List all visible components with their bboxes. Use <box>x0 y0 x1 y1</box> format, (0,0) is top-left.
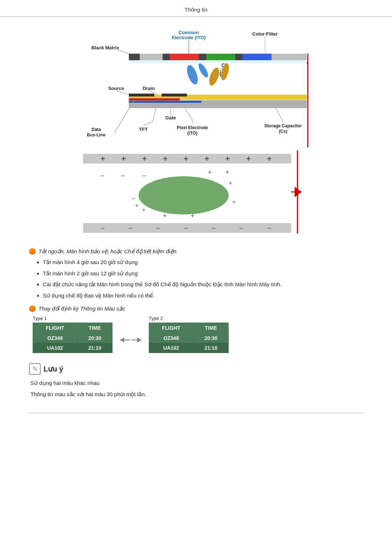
type2-header-flight: FLIGHT <box>149 323 193 333</box>
bullet-item-4: Sử dụng chế độ Bao vệ Màn hình nếu có th… <box>43 292 363 300</box>
type1-label: Type 1 <box>33 316 113 321</box>
svg-text:TFT: TFT <box>139 127 148 132</box>
svg-point-22 <box>185 64 200 86</box>
orange-dot-icon1 <box>29 248 36 255</box>
type2-label: Type 2 <box>149 316 229 321</box>
type2-header-time: TIME <box>193 323 229 333</box>
type1-table: FLIGHT TIME OZ348 20:30 UA102 21:10 <box>33 323 113 353</box>
svg-line-40 <box>114 100 134 133</box>
svg-text:−: − <box>100 172 104 180</box>
svg-text:−: − <box>267 224 271 232</box>
lc-diagram-svg: + + + + + + + + + − − − + + − + + + <box>73 148 309 235</box>
svg-text:+: + <box>225 168 229 176</box>
svg-text:−: − <box>211 224 216 232</box>
svg-text:Drain: Drain <box>143 86 155 91</box>
svg-text:−: − <box>184 224 188 232</box>
table-row: OZ348 20:30 <box>149 333 229 343</box>
svg-text:Pixel Electrode: Pixel Electrode <box>177 125 208 130</box>
page-header: Thông tin <box>0 0 392 17</box>
svg-text:+: + <box>121 154 126 163</box>
svg-text:+: + <box>142 154 147 163</box>
bullet-item-2: Tắt màn hình 2 giờ sau 12 giờ sử dụng <box>43 270 363 278</box>
page-footer <box>29 413 363 413</box>
svg-text:(ITO): (ITO) <box>187 131 197 136</box>
svg-line-42 <box>143 122 152 126</box>
bullet-list: Tắt màn hình 4 giờ sau 20 giờ sử dụng Tắ… <box>29 258 363 300</box>
svg-text:+: + <box>246 154 251 163</box>
table-row: UA102 21:10 <box>149 343 229 353</box>
table-row: OZ348 20:30 <box>33 333 113 343</box>
note-line-2: Thông tin màu sắc với hai màu 30 phút mộ… <box>30 390 363 399</box>
bullet-item-3: Cài đặt chức năng tắt Màn hình trong thẻ… <box>43 280 363 289</box>
section1-label: Tắt nguồn, Màn hình bảo vệ, hoặc Chế độ … <box>38 248 176 255</box>
svg-text:+: + <box>267 154 271 163</box>
svg-rect-34 <box>129 98 180 100</box>
svg-text:(Cs): (Cs) <box>279 129 287 134</box>
type2-table: FLIGHT TIME OZ348 20:30 UA102 21:10 <box>149 323 229 353</box>
svg-rect-13 <box>206 54 235 60</box>
type2-block: Type 2 FLIGHT TIME OZ348 20:30 UA102 21 <box>149 316 229 353</box>
svg-text:Source: Source <box>108 86 124 91</box>
svg-rect-33 <box>162 94 187 97</box>
section2-label: Thay đổi định kỳ Thông tin Màu sắc <box>38 305 125 312</box>
table-row: UA102 21:10 <box>33 343 113 353</box>
svg-line-47 <box>185 108 192 120</box>
svg-text:+: + <box>163 154 168 163</box>
svg-text:Electrode (ITO): Electrode (ITO) <box>172 35 206 40</box>
svg-rect-11 <box>235 54 242 60</box>
arrow-between-tables <box>120 335 142 345</box>
svg-text:+: + <box>135 202 139 209</box>
type1-header-flight: FLIGHT <box>33 323 77 333</box>
svg-text:+: + <box>142 206 146 213</box>
tft-cross-section-svg: Common Electrode (ITO) Color-Filter Blac… <box>73 28 319 147</box>
svg-rect-10 <box>199 54 206 60</box>
svg-text:+: + <box>100 154 105 163</box>
svg-marker-87 <box>120 337 124 342</box>
svg-rect-15 <box>129 60 307 63</box>
svg-text:−: − <box>132 195 135 202</box>
bullet-item-1: Tắt màn hình 4 giờ sau 20 giờ sử dụng <box>43 258 363 267</box>
svg-text:+: + <box>191 212 195 219</box>
svg-line-50 <box>276 108 283 122</box>
tft-diagram-section: Common Electrode (ITO) Color-Filter Blac… <box>73 28 319 237</box>
svg-text:Common: Common <box>179 30 199 35</box>
svg-text:+: + <box>229 179 232 186</box>
type2-row2-flight: UA102 <box>149 343 193 353</box>
svg-text:−: − <box>100 224 105 232</box>
svg-rect-14 <box>242 54 271 60</box>
type2-row1-flight: OZ348 <box>149 333 193 343</box>
svg-text:+: + <box>225 154 230 163</box>
svg-text:Black Matrix: Black Matrix <box>91 45 119 50</box>
svg-line-28 <box>116 91 129 95</box>
orange-dot-icon2 <box>29 305 36 312</box>
svg-text:+: + <box>208 168 212 176</box>
svg-text:Color-Filter: Color-Filter <box>252 31 278 37</box>
type2-row1-time: 20:30 <box>193 333 229 343</box>
svg-rect-35 <box>129 101 201 103</box>
svg-text:+: + <box>232 198 236 205</box>
svg-point-24 <box>207 66 221 87</box>
svg-text:−: − <box>121 172 125 180</box>
note-title: Lưu ý <box>44 365 63 373</box>
svg-text:+: + <box>184 154 188 163</box>
svg-text:−: − <box>142 172 146 180</box>
type2-row2-time: 21:10 <box>193 343 229 353</box>
type1-row1-time: 20:30 <box>77 333 113 343</box>
note-body: Sử dụng hai màu khác nhau Thông tin màu … <box>30 379 363 398</box>
svg-rect-9 <box>163 54 170 60</box>
svg-text:−: − <box>128 224 132 232</box>
flight-tables-section: Type 1 FLIGHT TIME OZ348 20:30 UA102 21 <box>33 316 363 353</box>
svg-text:Bus-Line: Bus-Line <box>87 132 106 138</box>
svg-text:+: + <box>204 154 209 163</box>
svg-text:−: − <box>156 224 160 232</box>
svg-line-43 <box>152 108 156 122</box>
type1-row2-time: 21:10 <box>77 343 113 353</box>
note-icon: ✎ <box>29 363 41 375</box>
svg-text:−: − <box>239 224 244 232</box>
section1-bullet: Tắt nguồn, Màn hình bảo vệ, hoặc Chế độ … <box>29 248 363 255</box>
svg-rect-32 <box>129 94 154 97</box>
header-title: Thông tin <box>185 7 208 13</box>
svg-rect-8 <box>129 54 140 60</box>
svg-text:+: + <box>163 212 167 219</box>
note-section: ✎ Lưu ý <box>29 363 363 375</box>
